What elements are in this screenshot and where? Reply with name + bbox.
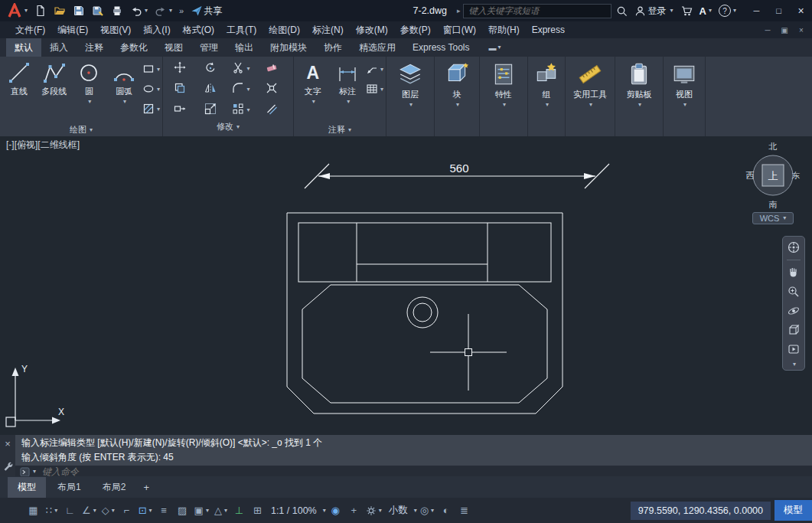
- sink-drawing-geometry[interactable]: [287, 213, 563, 413]
- dropdown-icon[interactable]: ▾: [683, 102, 686, 108]
- ortho-mode-toggle[interactable]: ∟: [61, 504, 79, 517]
- application-menu-button[interactable]: ▾: [5, 2, 30, 20]
- viewcube-south[interactable]: 南: [769, 200, 778, 209]
- ribbon-tab-insert[interactable]: 插入: [41, 38, 77, 57]
- dynamic-ucs-toggle[interactable]: ⊥: [230, 504, 248, 517]
- save-button[interactable]: [70, 2, 87, 20]
- ribbon-tab-parametric[interactable]: 参数化: [112, 38, 156, 57]
- polyline-button[interactable]: 多段线: [37, 58, 72, 123]
- command-close-button[interactable]: ×: [5, 438, 11, 449]
- circle-button[interactable]: 圆 ▾: [72, 58, 107, 123]
- search-box[interactable]: [463, 4, 611, 18]
- viewcube-compass[interactable]: 北 上 西 东 南: [743, 139, 803, 210]
- search-button[interactable]: [614, 2, 630, 20]
- menu-draw[interactable]: 绘图(D): [263, 22, 306, 38]
- menu-tools[interactable]: 工具(T): [220, 22, 263, 38]
- ribbon-tab-featured-apps[interactable]: 精选应用: [351, 38, 404, 57]
- full-navigation-wheel-button[interactable]: [787, 240, 801, 254]
- dropdown-icon[interactable]: ▾: [246, 66, 249, 72]
- dropdown-icon[interactable]: ▾: [33, 469, 36, 475]
- dropdown-icon[interactable]: ▾: [380, 87, 383, 93]
- dropdown-icon[interactable]: ▾: [145, 8, 148, 14]
- dropdown-icon[interactable]: ▾: [24, 8, 28, 14]
- grid-display-toggle[interactable]: ▦: [24, 504, 42, 517]
- ribbon-panel-properties[interactable]: 特性 ▾: [480, 57, 528, 136]
- object-snap-toggle[interactable]: ⊡▾: [136, 504, 155, 517]
- dimension-button[interactable]: 标注 ▾: [330, 58, 364, 123]
- hatch-tool-button[interactable]: [142, 103, 155, 117]
- workspace-switching-button[interactable]: ▾: [364, 504, 384, 518]
- menu-express[interactable]: Express: [526, 23, 571, 37]
- viewcube[interactable]: 北 上 西 东 南 WCS ▾: [743, 139, 803, 224]
- menu-format[interactable]: 格式(O): [177, 22, 220, 38]
- dropdown-icon[interactable]: ▾: [638, 102, 641, 108]
- ribbon-panel-block[interactable]: 块 ▾: [435, 57, 480, 136]
- dropdown-icon[interactable]: ▾: [246, 107, 249, 113]
- orbit-button[interactable]: [787, 304, 801, 318]
- lineweight-toggle[interactable]: ≡: [155, 504, 173, 517]
- share-button[interactable]: 共享: [188, 2, 224, 20]
- dropdown-icon[interactable]: ▾: [149, 508, 152, 514]
- rectangle-tool-button[interactable]: [142, 63, 155, 77]
- coordinates-display[interactable]: 979.5590, 1290.4356, 0.0000: [631, 502, 771, 520]
- dropdown-icon[interactable]: ▾: [380, 67, 383, 73]
- annotation-scale-display[interactable]: 1:1 / 100%: [267, 504, 321, 518]
- menu-file[interactable]: 文件(F): [9, 22, 51, 38]
- mirror-button[interactable]: [204, 82, 217, 96]
- ucs-icon[interactable]: Y X: [6, 364, 64, 427]
- command-prompt-button[interactable]: ▾: [20, 467, 36, 477]
- ribbon-tab-express-tools[interactable]: Express Tools: [404, 38, 478, 57]
- viewcube-east[interactable]: 东: [792, 171, 801, 180]
- model-space-badge[interactable]: 模型: [774, 500, 812, 521]
- dropdown-icon[interactable]: ▾: [414, 508, 417, 514]
- layout-tab-layout1[interactable]: 布局1: [47, 477, 91, 498]
- osnap-tracking-toggle[interactable]: ⌐: [118, 504, 135, 517]
- dropdown-icon[interactable]: ▾: [546, 102, 549, 108]
- isometric-drafting-toggle[interactable]: ◇▾: [99, 504, 117, 517]
- menu-insert[interactable]: 插入(I): [137, 22, 176, 38]
- menu-modify[interactable]: 修改(M): [350, 22, 394, 38]
- table-tool-button[interactable]: [366, 83, 378, 97]
- navigation-bar[interactable]: ▾: [782, 236, 805, 371]
- minimize-button[interactable]: ─: [745, 0, 768, 21]
- dropdown-icon[interactable]: ▾: [709, 8, 712, 14]
- dropdown-icon[interactable]: ▾: [112, 508, 115, 514]
- rotate-button[interactable]: [204, 61, 217, 76]
- ellipse-tool-button[interactable]: [142, 83, 155, 97]
- units-display[interactable]: 小数: [385, 502, 412, 518]
- dropdown-icon[interactable]: ▾: [379, 508, 382, 514]
- dropdown-icon[interactable]: ▾: [409, 102, 413, 108]
- annotation-panel-footer[interactable]: 注释▾: [294, 123, 386, 136]
- viewcube-top-face[interactable]: 上: [768, 170, 778, 181]
- dropdown-icon[interactable]: ▾: [589, 102, 592, 108]
- maximize-button[interactable]: □: [768, 0, 790, 21]
- dropdown-icon[interactable]: ▾: [157, 67, 160, 73]
- ribbon-panel-clipboard[interactable]: 剪贴板 ▾: [615, 57, 664, 136]
- ribbon-tab-home[interactable]: 默认: [6, 38, 41, 57]
- trim-button[interactable]: [232, 61, 244, 76]
- help-button[interactable]: ? ▾: [716, 2, 739, 20]
- isolate-objects-button[interactable]: ◐: [437, 504, 455, 517]
- wcs-selector[interactable]: WCS ▾: [752, 212, 794, 224]
- ribbon-tab-output[interactable]: 输出: [227, 38, 262, 57]
- annotation-visibility-toggle[interactable]: ◉: [327, 504, 344, 517]
- close-button[interactable]: ×: [790, 0, 812, 21]
- menu-window[interactable]: 窗口(W): [437, 22, 482, 38]
- viewcube-west[interactable]: 西: [746, 171, 755, 180]
- search-input[interactable]: [468, 5, 607, 16]
- showmotion-button[interactable]: [787, 342, 801, 356]
- offset-button[interactable]: [266, 103, 278, 117]
- pan-button[interactable]: [787, 266, 801, 279]
- dropdown-icon[interactable]: ▾: [169, 8, 172, 14]
- dropdown-icon[interactable]: ▾: [54, 508, 57, 514]
- customize-command-button[interactable]: [2, 461, 13, 473]
- save-as-button[interactable]: [90, 2, 106, 20]
- erase-button[interactable]: [266, 61, 278, 76]
- layout-tab-model[interactable]: 模型: [8, 477, 46, 498]
- ribbon-tab-addins[interactable]: 附加模块: [262, 38, 315, 57]
- annotation-autoscale-toggle[interactable]: +: [345, 504, 363, 517]
- zoom-button[interactable]: [787, 285, 801, 299]
- new-layout-button[interactable]: +: [137, 479, 155, 495]
- ribbon-display-toggle[interactable]: ▬ ▾: [484, 38, 505, 57]
- dropdown-icon[interactable]: ▾: [323, 508, 326, 514]
